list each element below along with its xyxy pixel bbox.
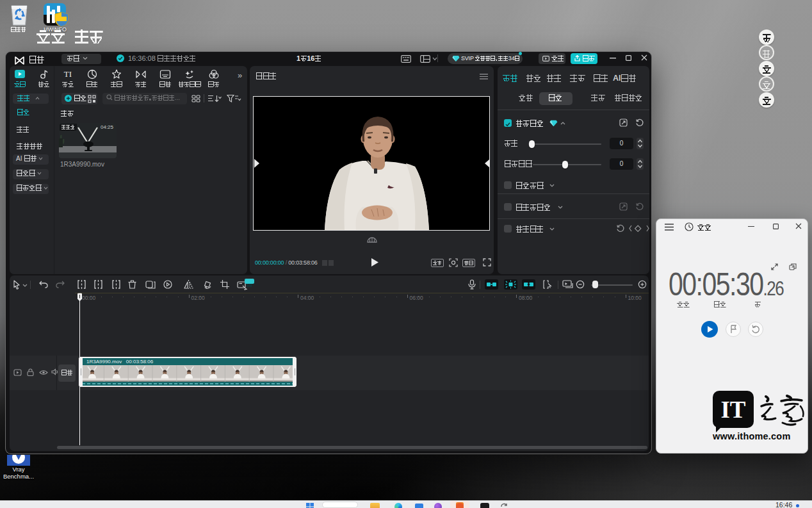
svg-text:SB: SB (247, 283, 252, 288)
svg-text:TI: TI (64, 69, 72, 79)
